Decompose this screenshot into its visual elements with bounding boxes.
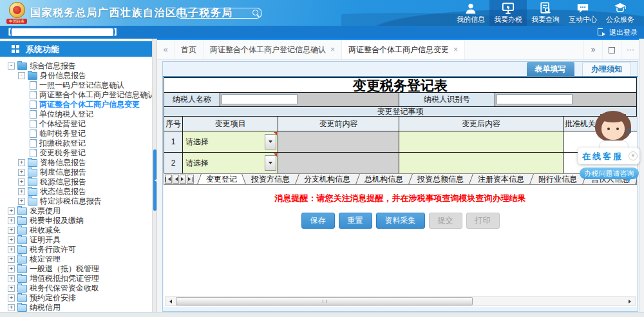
- expand-icon[interactable]: +: [8, 265, 15, 273]
- scroll-right-icon[interactable]: [626, 297, 635, 305]
- dropdown-arrow-icon[interactable]: [265, 134, 276, 149]
- tree-item[interactable]: 个体经营登记: [0, 119, 152, 128]
- scroll-left-icon[interactable]: [166, 297, 175, 305]
- online-service-card[interactable]: 在线客服 ×: [578, 148, 639, 164]
- tab-reg-info-confirm[interactable]: 两证整合个体工商户登记信息确认 ×: [204, 40, 342, 59]
- collapse-icon[interactable]: -: [8, 62, 15, 70]
- tree-item[interactable]: +发票使用: [0, 206, 152, 215]
- scrollbar-thumb[interactable]: [176, 297, 473, 305]
- action-button[interactable]: 资料采集: [376, 213, 425, 229]
- nav-interaction-center[interactable]: 互动中心: [564, 0, 601, 26]
- tree-item[interactable]: +税费申报及缴纳: [0, 215, 152, 225]
- tree-item[interactable]: +核定管理: [0, 254, 152, 264]
- nav-query[interactable]: 我要查询: [527, 0, 564, 26]
- expand-icon[interactable]: +: [8, 256, 15, 263]
- change-table-row: 1 请选择: [164, 131, 638, 153]
- logout-button[interactable]: 退出登录: [598, 26, 638, 39]
- sheet-tab[interactable]: 注册资本信息: [471, 174, 531, 184]
- sheet-tab[interactable]: 附行业信息: [531, 174, 584, 184]
- tree-item[interactable]: -身份信息报告: [0, 70, 152, 80]
- tab-home[interactable]: 首页: [175, 40, 204, 59]
- tree-item[interactable]: 一照一码户登记信息确认: [0, 80, 152, 90]
- header-search-box[interactable]: [176, 8, 262, 19]
- close-tab-icon[interactable]: ×: [453, 45, 458, 54]
- search-input[interactable]: [182, 8, 249, 19]
- tree-item[interactable]: +税务行政许可: [0, 244, 152, 254]
- action-button[interactable]: 保存: [301, 213, 335, 229]
- expand-icon[interactable]: +: [8, 227, 15, 234]
- tree-item[interactable]: +一般退（抵）税管理: [0, 264, 152, 273]
- expand-icon[interactable]: +: [8, 275, 15, 282]
- expand-icon[interactable]: +: [8, 236, 15, 244]
- close-icon[interactable]: ×: [629, 151, 638, 160]
- after-content-cell[interactable]: [399, 131, 564, 153]
- action-button[interactable]: 提交: [429, 213, 462, 229]
- expand-icon[interactable]: +: [18, 159, 25, 166]
- nav-public-service[interactable]: 公众服务: [601, 0, 639, 26]
- sheet-last-button[interactable]: [187, 175, 194, 184]
- expand-icon[interactable]: +: [8, 207, 15, 215]
- tree-item[interactable]: 扣缴税款登记: [0, 138, 152, 148]
- tree-item[interactable]: 变更税务登记: [0, 148, 152, 157]
- expand-icon[interactable]: +: [8, 294, 15, 302]
- tree-item[interactable]: 单位纳税人登记: [0, 109, 152, 119]
- sheet-tab[interactable]: 总机构信息: [357, 174, 410, 184]
- tree-item[interactable]: -综合信息报告: [0, 61, 152, 70]
- tree-item[interactable]: +特定涉税信息报告: [0, 196, 152, 206]
- taxpayer-name-input[interactable]: [222, 94, 298, 104]
- tree-item[interactable]: +税源信息报告: [0, 177, 152, 186]
- expand-icon[interactable]: +: [18, 169, 25, 176]
- splitter-collapse-handle[interactable]: [153, 149, 156, 211]
- tree-item[interactable]: +资格信息报告: [0, 157, 152, 167]
- tab-handling-notes[interactable]: 办理须知: [582, 62, 631, 76]
- after-content-cell[interactable]: [399, 153, 564, 174]
- nav-my-info[interactable]: 我的信息: [452, 0, 489, 26]
- collapse-icon[interactable]: -: [18, 72, 25, 79]
- tree-item[interactable]: +状态信息报告: [0, 186, 152, 196]
- nav-do-tax[interactable]: 我要办税: [489, 0, 527, 26]
- service-consult-bubble[interactable]: 办税问题请咨询: [580, 168, 639, 179]
- expand-icon[interactable]: +: [8, 217, 15, 224]
- horizontal-scrollbar[interactable]: [165, 296, 636, 306]
- sheet-prev-button[interactable]: [173, 175, 179, 184]
- dropdown-arrow-icon[interactable]: [265, 155, 276, 171]
- sheet-tab[interactable]: 投资总额信息: [410, 174, 471, 184]
- change-item-select-cell[interactable]: 请选择: [183, 153, 278, 174]
- sheet-tab[interactable]: 分支机构信息: [297, 174, 357, 184]
- tabs-collapse-button[interactable]: «: [157, 40, 175, 59]
- more-tabs-button[interactable]: ···: [621, 40, 639, 59]
- action-button[interactable]: 打印: [466, 213, 500, 229]
- expand-icon[interactable]: +: [8, 304, 15, 311]
- expand-icon[interactable]: +: [18, 188, 25, 195]
- expand-icon[interactable]: +: [8, 246, 15, 253]
- tree-item[interactable]: +纳税信用: [0, 302, 152, 312]
- change-item-select-cell[interactable]: 请选择: [183, 131, 278, 153]
- tree-item[interactable]: +制度信息报告: [0, 167, 152, 177]
- change-items-section-title: 变更登记事项: [164, 107, 637, 117]
- sheet-tab[interactable]: 投资方信息: [244, 174, 297, 184]
- sheet-next-button[interactable]: [180, 175, 186, 184]
- sheet-first-button[interactable]: [165, 175, 172, 184]
- taxpayer-id-input[interactable]: [497, 94, 573, 104]
- tree-item[interactable]: 两证整合个体工商户信息变更: [0, 99, 152, 109]
- tab-form-fill[interactable]: 表单填写: [527, 62, 574, 76]
- emblem-icon: [9, 2, 25, 18]
- tree-item[interactable]: +税务代保管资金收取: [0, 283, 152, 293]
- sheet-tab[interactable]: 变更登记: [199, 174, 244, 184]
- tree-item[interactable]: +税收减免: [0, 225, 152, 235]
- tree-item[interactable]: +证明开具: [0, 235, 152, 244]
- tree-item[interactable]: +预约定价安排: [0, 293, 152, 302]
- action-button[interactable]: 重置: [339, 213, 372, 229]
- tree-item[interactable]: +增值税抵扣凭证管理: [0, 273, 152, 283]
- tree-item[interactable]: 临时税务登记: [0, 128, 152, 138]
- tabs-expand-button[interactable]: »: [583, 40, 602, 59]
- sidebar-splitter[interactable]: [152, 39, 157, 312]
- expand-icon[interactable]: +: [8, 285, 15, 292]
- tab-info-change[interactable]: 两证整合个体工商户信息变更 ×: [342, 40, 465, 59]
- expand-icon[interactable]: +: [18, 178, 25, 186]
- expand-icon[interactable]: +: [18, 198, 25, 205]
- maximize-button[interactable]: [602, 40, 621, 59]
- taxpayer-id-cell: [495, 93, 636, 106]
- close-tab-icon[interactable]: ×: [330, 45, 335, 54]
- tree-item[interactable]: 两证整合个体工商户登记信息确认: [0, 90, 152, 99]
